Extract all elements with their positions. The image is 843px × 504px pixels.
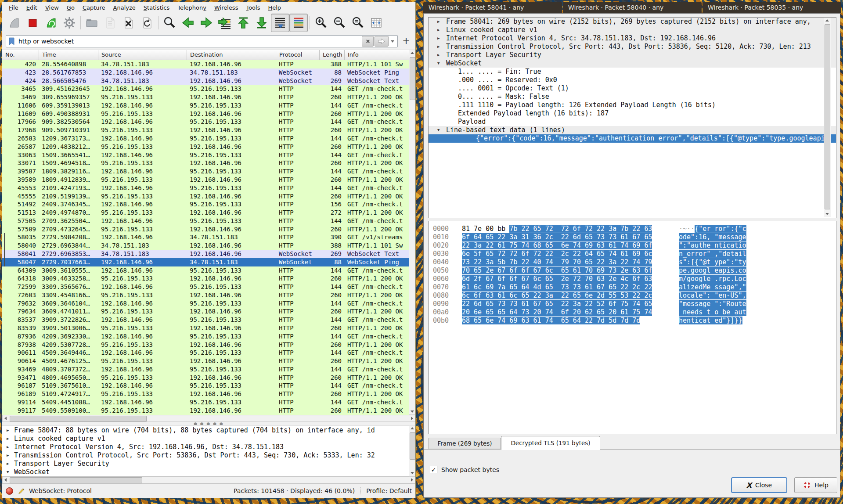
menu-file[interactable]: File <box>5 4 22 12</box>
scrollbar-thumb[interactable] <box>410 432 415 460</box>
last-packet-icon[interactable] <box>252 14 271 32</box>
scroll-right-icon[interactable] <box>409 415 415 421</box>
tree-row[interactable]: ▼WebSocket <box>429 59 836 68</box>
column-header-protocol[interactable]: Protocol <box>276 50 320 60</box>
packet-row[interactable]: 515132409.4974870…95.216.195.133192.168.… <box>2 209 409 217</box>
collapsed-arrow-icon[interactable]: ▶ <box>7 426 9 435</box>
detail-tree-row[interactable]: ▶Transport Layer Security <box>2 460 409 468</box>
zoom-reset-icon[interactable] <box>349 14 367 32</box>
packet-row[interactable]: 3469309.65596935795.216.195.133192.168.1… <box>2 93 409 101</box>
tree-row[interactable]: ▶Transmission Control Protocol, Src Port… <box>429 43 836 51</box>
packet-row[interactable]: 17966909.382530564192.168.146.9695.216.1… <box>2 118 409 126</box>
hex-row[interactable]: 007061 6c 69 7a 65 64 4d 65 73 73 61 67 … <box>429 283 836 292</box>
column-header-source[interactable]: Source <box>98 50 187 60</box>
tree-row[interactable]: Payload <box>429 118 836 126</box>
packet-row[interactable]: 934694809.3707372…192.168.146.9695.216.1… <box>2 365 409 374</box>
packet-row[interactable]: 796343609.4741011…95.216.195.133192.168.… <box>2 307 409 316</box>
go-to-packet-icon[interactable] <box>216 14 234 32</box>
scroll-up-icon[interactable] <box>409 425 415 431</box>
packet-row[interactable]: 580472729.7037663…192.168.146.9634.78.15… <box>2 258 409 266</box>
packet-row[interactable]: 835373909.3722826…192.168.146.9695.216.1… <box>2 316 409 324</box>
packet-row[interactable]: 42328.561767853192.168.146.9634.78.151.1… <box>2 68 409 77</box>
tab-frame-bytes[interactable]: Frame (269 bytes) <box>429 438 501 449</box>
column-header-info[interactable]: Info <box>345 50 409 60</box>
hex-row[interactable]: 00306e 5f 65 72 72 6f 72 22 2c 22 64 65 … <box>429 250 836 258</box>
menu-help[interactable]: Help <box>264 4 285 12</box>
collapsed-arrow-icon[interactable]: ▶ <box>437 51 440 59</box>
menu-view[interactable]: View <box>41 4 63 12</box>
column-header-destination[interactable]: Destination <box>187 50 276 60</box>
scrollbar-thumb[interactable] <box>10 477 142 483</box>
expanded-arrow-icon[interactable]: ▼ <box>7 468 9 476</box>
packet-row[interactable]: 395891809.4912839…95.216.195.133192.168.… <box>2 176 409 184</box>
packet-row[interactable]: 643093009.3610555…192.168.146.9695.216.1… <box>2 266 409 275</box>
filter-apply-icon[interactable] <box>375 36 389 47</box>
packet-row[interactable]: 906114509.3649446…192.168.146.9695.216.1… <box>2 349 409 357</box>
hex-row[interactable]: 00b068 65 6e 74 69 63 61 74 65 64 22 7d … <box>429 317 836 325</box>
annotation-pencil-icon[interactable] <box>18 487 25 495</box>
packet-row[interactable]: 879384209.5307728…95.216.195.133192.168.… <box>2 341 409 349</box>
colorize-packets-icon[interactable] <box>289 14 308 32</box>
filter-clear-icon[interactable] <box>362 36 374 47</box>
scroll-left-icon[interactable] <box>3 415 8 421</box>
collapsed-arrow-icon[interactable]: ▶ <box>437 43 440 51</box>
scroll-down-icon[interactable] <box>824 211 830 217</box>
tree-row[interactable]: 0... .... = Mask: False <box>429 93 836 101</box>
detail-tree-row[interactable]: ▶Linux cooked capture v1 <box>2 435 409 443</box>
packet-row[interactable]: 796323609.3646104…192.168.146.9695.216.1… <box>2 299 409 308</box>
packet-row[interactable]: 3465309.451623645192.168.146.9695.216.19… <box>2 85 409 93</box>
previous-packet-icon[interactable] <box>179 14 197 32</box>
collapsed-arrow-icon[interactable]: ▶ <box>7 443 9 451</box>
scroll-down-icon[interactable] <box>409 409 415 414</box>
scrollbar-thumb[interactable] <box>10 416 147 422</box>
titlebar-packet-58041[interactable]: Wireshark · Packet 58041 · any <box>423 2 562 13</box>
packet-row[interactable]: 455552109.5199139…95.216.195.133192.168.… <box>2 192 409 201</box>
packet-row[interactable]: 961895109.4724917…95.216.195.133192.168.… <box>2 390 409 398</box>
filter-add-button[interactable]: + <box>400 35 412 47</box>
zoom-in-icon[interactable] <box>312 14 330 32</box>
tree-row[interactable]: ▶Transport Layer Security <box>429 51 836 59</box>
packet-row[interactable]: 580412729.6963853…34.78.151.183192.168.1… <box>2 250 409 258</box>
packet-row[interactable]: 575092709.4732645…95.216.195.133192.168.… <box>2 225 409 234</box>
collapsed-arrow-icon[interactable]: ▶ <box>437 18 440 26</box>
hex-row[interactable]: 009022 6d 65 73 73 61 67 65 22 3a 22 52 … <box>429 300 836 308</box>
reload-capture-file-icon[interactable] <box>138 14 156 32</box>
filter-bookmark-icon[interactable] <box>7 36 16 46</box>
packet-row[interactable]: 11609609.49038893195.216.195.133192.168.… <box>2 110 409 118</box>
hex-row[interactable]: 004073 22 3a 5b 7b 22 40 74 79 70 65 22 … <box>429 258 836 266</box>
packet-row[interactable]: 643183009.4633258…95.216.195.133192.168.… <box>2 274 409 283</box>
expert-info-icon[interactable] <box>6 487 13 495</box>
resize-columns-icon[interactable] <box>367 14 385 32</box>
scroll-up-icon[interactable] <box>409 50 415 56</box>
tree-row[interactable]: ▶Internet Protocol Version 4, Src: 34.78… <box>429 34 836 43</box>
scrollbar-thumb[interactable] <box>410 57 415 100</box>
tree-row-selected[interactable]: {"error":{"code":16,"message":"authentic… <box>429 134 836 143</box>
hex-row[interactable]: 000081 7e 00 bb 7b 22 65 72 72 6f 72 22 … <box>429 225 836 233</box>
menu-capture[interactable]: Capture <box>79 4 109 12</box>
next-packet-icon[interactable] <box>197 14 216 32</box>
detail-tree-row[interactable]: ▼WebSocket <box>2 468 409 476</box>
collapsed-arrow-icon[interactable]: ▶ <box>437 26 440 34</box>
tree-row[interactable]: 1... .... = Fin: True <box>429 68 836 76</box>
capture-stop-icon[interactable] <box>23 14 42 32</box>
detail-tree-row[interactable]: ▶Transmission Control Protocol, Src Port… <box>2 451 409 460</box>
capture-start-icon[interactable] <box>5 14 23 32</box>
tree-row[interactable]: .111 1110 = Payload length: 126 Extended… <box>429 101 836 109</box>
titlebar-packet-58040[interactable]: Wireshark · Packet 58040 · any <box>563 2 702 13</box>
packet-row[interactable]: 991145409.4451088…192.168.146.9695.216.1… <box>2 398 409 407</box>
column-header-no[interactable]: No. <box>2 50 39 60</box>
show-packet-bytes-checkbox[interactable]: ✓ Show packet bytes <box>430 466 499 473</box>
packet-row[interactable]: 726033309.4548166…95.216.195.133192.168.… <box>2 291 409 299</box>
packet-row[interactable]: 879364209.3692330…192.168.146.9695.216.1… <box>2 332 409 341</box>
packet-row[interactable]: 934714809.4695650…95.216.195.133192.168.… <box>2 374 409 382</box>
packet-row[interactable]: 961875109.3675610…192.168.146.9695.216.1… <box>2 382 409 390</box>
zoom-out-icon[interactable] <box>330 14 349 32</box>
packet-row[interactable]: 330711509.4694518…95.216.195.133192.168.… <box>2 159 409 167</box>
tree-row[interactable]: .000 .... = Reserved: 0x0 <box>429 76 836 84</box>
collapsed-arrow-icon[interactable]: ▶ <box>7 460 9 468</box>
tree-vscrollbar[interactable] <box>824 18 831 217</box>
expanded-arrow-icon[interactable]: ▼ <box>437 59 440 68</box>
packet-list-vscrollbar[interactable] <box>409 50 415 415</box>
tree-row[interactable]: ▶Linux cooked capture v1 <box>429 26 836 34</box>
tab-decrypted-tls[interactable]: Decrypted TLS (191 bytes) <box>501 436 600 450</box>
